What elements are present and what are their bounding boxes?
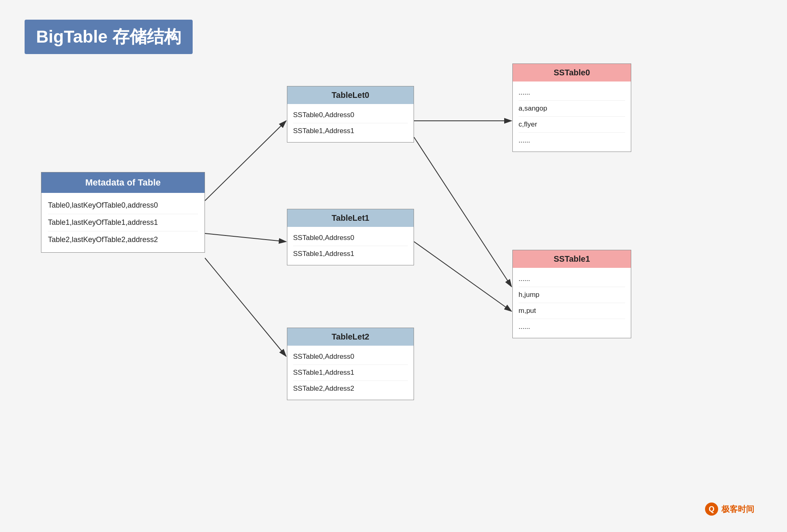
tablelet2-row-0: SSTable0,Address0 [293, 349, 408, 365]
tablelet1-header: TableLet1 [287, 209, 414, 227]
page-title: BigTable 存储结构 [25, 20, 193, 54]
sstable1-header: SSTable1 [513, 250, 631, 268]
sstable0-row-0: ...... [519, 85, 625, 101]
tablelet2-body: SSTable0,Address0 SSTable1,Address1 SSTa… [287, 346, 414, 400]
metadata-body: Table0,lastKeyOfTable0,address0 Table1,l… [41, 193, 205, 252]
tablelet0-row-0: SSTable0,Address0 [293, 107, 408, 123]
sstable0-row-3: ...... [519, 133, 625, 148]
sstable0-body: ...... a,sangop c,flyer ...... [513, 81, 631, 152]
tablelet2-header: TableLet2 [287, 328, 414, 346]
sstable1-box: SSTable1 ...... h,jump m,put ...... [512, 250, 631, 338]
tablelet0-body: SSTable0,Address0 SSTable1,Address1 [287, 104, 414, 142]
sstable0-box: SSTable0 ...... a,sangop c,flyer ...... [512, 63, 631, 152]
page-container: BigTable 存储结构 Metadata of Table Table0,l… [0, 0, 787, 532]
metadata-box: Metadata of Table Table0,lastKeyOfTable0… [41, 172, 205, 253]
watermark-icon: Q [705, 503, 718, 516]
tablelet0-box: TableLet0 SSTable0,Address0 SSTable1,Add… [287, 86, 414, 143]
arrow-metadata-to-tablelet2 [205, 258, 286, 356]
sstable0-row-1: a,sangop [519, 101, 625, 117]
tablelet1-row-1: SSTable1,Address1 [293, 246, 408, 262]
tablelet1-row-0: SSTable0,Address0 [293, 230, 408, 246]
sstable1-row-3: ...... [519, 319, 625, 335]
title-text: BigTable 存储结构 [36, 27, 181, 46]
tablelet2-row-1: SSTable1,Address1 [293, 365, 408, 381]
tablelet2-box: TableLet2 SSTable0,Address0 SSTable1,Add… [287, 328, 414, 400]
metadata-header: Metadata of Table [41, 172, 205, 193]
sstable0-row-2: c,flyer [519, 117, 625, 133]
arrows-overlay [0, 0, 787, 532]
sstable1-row-0: ...... [519, 271, 625, 287]
tablelet2-row-2: SSTable2,Address2 [293, 381, 408, 396]
metadata-row-0: Table0,lastKeyOfTable0,address0 [48, 197, 198, 214]
watermark: Q 极客时间 [705, 503, 754, 516]
tablelet1-box: TableLet1 SSTable0,Address0 SSTable1,Add… [287, 209, 414, 265]
watermark-text: 极客时间 [721, 504, 754, 515]
sstable1-row-2: m,put [519, 303, 625, 319]
metadata-row-2: Table2,lastKeyOfTable2,address2 [48, 231, 198, 248]
arrow-metadata-to-tablelet0 [205, 121, 286, 201]
arrow-metadata-to-tablelet1 [205, 233, 286, 242]
tablelet0-header: TableLet0 [287, 86, 414, 104]
sstable1-body: ...... h,jump m,put ...... [513, 268, 631, 338]
arrow-tablelet0-to-sstable1 [414, 137, 512, 287]
tablelet1-body: SSTable0,Address0 SSTable1,Address1 [287, 227, 414, 265]
arrow-tablelet1-to-sstable1 [414, 242, 512, 311]
sstable0-header: SSTable0 [513, 64, 631, 81]
metadata-row-1: Table1,lastKeyOfTable1,address1 [48, 214, 198, 231]
metadata-header-text: Metadata of Table [85, 177, 161, 188]
sstable1-row-1: h,jump [519, 287, 625, 303]
tablelet0-row-1: SSTable1,Address1 [293, 123, 408, 139]
